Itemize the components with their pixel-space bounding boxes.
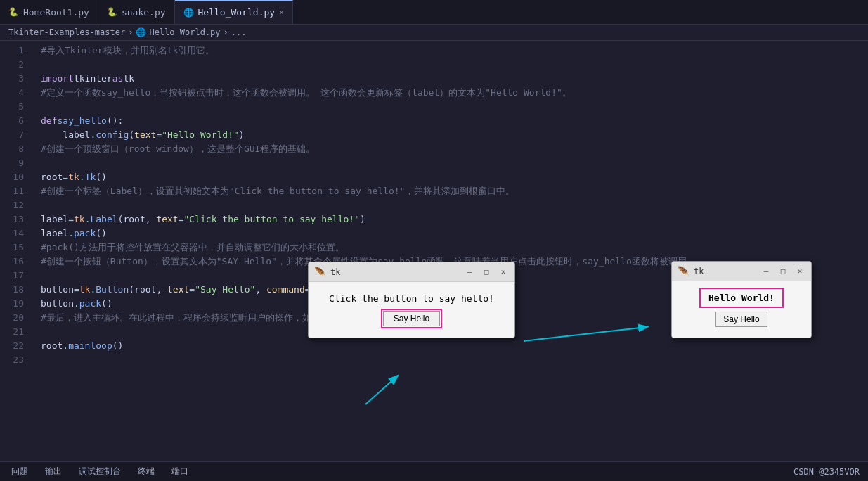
tk-window-2: 🪶 tk — □ ✕ Hello World! Say Hello <box>671 261 812 338</box>
line-number: 10 <box>0 170 24 184</box>
breadcrumb-sep1: › <box>128 27 133 37</box>
line-number: 15 <box>0 240 24 255</box>
bottom-tab-ports[interactable]: 端口 <box>169 464 191 479</box>
breadcrumb-rest: ... <box>231 27 247 37</box>
breadcrumb-folder: Tkinter-Examples-master <box>8 27 125 37</box>
line-number: 14 <box>0 226 24 240</box>
line-number: 6 <box>0 114 24 128</box>
code-line: root = tk.Tk() <box>41 170 868 184</box>
code-line: #创建一个标签（Label），设置其初始文本为"Click the button… <box>41 184 868 198</box>
code-line: #创建一个顶级窗口（root window），这是整个GUI程序的基础。 <box>41 142 868 156</box>
line-number: 11 <box>0 184 24 198</box>
line-number: 17 <box>0 269 24 283</box>
tk-minimize-2[interactable]: — <box>760 266 772 277</box>
tk-maximize-2[interactable]: □ <box>777 266 789 277</box>
code-line <box>41 156 868 170</box>
breadcrumb-file-icon: 🌐 <box>136 27 146 37</box>
tab-icon-helloworld: 🌐 <box>183 8 194 18</box>
tab-label-homeroot1: HomeRoot1.py <box>23 7 89 18</box>
tab-snake[interactable]: 🐍 snake.py <box>98 0 175 24</box>
code-line: #导入Tkinter模块，并用别名tk引用它。 <box>41 44 868 58</box>
bottom-tab-debug[interactable]: 调试控制台 <box>76 464 124 479</box>
tab-homerroot1[interactable]: 🐍 HomeRoot1.py <box>0 0 98 24</box>
tab-close-helloworld[interactable]: ✕ <box>279 8 284 17</box>
code-line <box>41 353 868 367</box>
code-line <box>41 198 868 212</box>
tk-close-1[interactable]: ✕ <box>498 267 509 278</box>
tk-say-hello-btn-2[interactable]: Say Hello <box>715 312 767 327</box>
tab-label-snake: snake.py <box>122 7 166 18</box>
tk-titlebar-1: 🪶 tk — □ ✕ <box>309 262 514 282</box>
breadcrumb-sep2: › <box>224 27 228 37</box>
tk-icon-2: 🪶 <box>678 266 689 277</box>
line-number: 18 <box>0 283 24 297</box>
editor: 1234567891011121314151617181920212223 #导… <box>0 41 868 461</box>
code-line: #定义一个函数say_hello，当按钮被点击时，这个函数会被调用。 这个函数会… <box>41 86 868 100</box>
line-number: 21 <box>0 325 24 339</box>
bottom-right-text: CSDN @2345VOR <box>793 467 860 477</box>
tk-window2-buttons: — □ ✕ <box>760 266 805 277</box>
tab-label-helloworld: Hello_World.py <box>198 7 276 18</box>
tk-say-hello-btn-1[interactable]: Say Hello <box>383 311 440 326</box>
tab-icon-homeroot1: 🐍 <box>8 7 19 17</box>
line-number: 5 <box>0 100 24 114</box>
line-number: 12 <box>0 198 24 212</box>
line-number: 3 <box>0 72 24 86</box>
tk-close-2[interactable]: ✕ <box>794 266 805 277</box>
tk-content-2: Hello World! Say Hello <box>672 281 811 338</box>
code-line: import tkinter as tk <box>41 72 868 86</box>
line-number: 7 <box>0 128 24 142</box>
line-number: 19 <box>0 297 24 311</box>
tab-bar: 🐍 HomeRoot1.py 🐍 snake.py 🌐 Hello_World.… <box>0 0 868 25</box>
line-numbers: 1234567891011121314151617181920212223 <box>0 41 30 461</box>
line-number: 22 <box>0 339 24 353</box>
code-line <box>41 58 868 72</box>
code-line: label.config(text="Hello World!") <box>41 128 868 142</box>
code-line: root.mainloop() <box>41 339 868 353</box>
tk-title-1: tk <box>330 267 464 277</box>
tk-titlebar-2: 🪶 tk — □ ✕ <box>672 262 811 281</box>
code-line: label.pack() <box>41 226 868 240</box>
code-line: #pack()方法用于将控件放置在父容器中，并自动调整它们的大小和位置。 <box>41 240 868 255</box>
code-line: label = tk.Label(root, text="Click the b… <box>41 212 868 226</box>
breadcrumb: Tkinter-Examples-master › 🌐 Hello_World.… <box>0 25 868 41</box>
line-number: 9 <box>0 156 24 170</box>
line-number: 23 <box>0 353 24 367</box>
line-number: 1 <box>0 44 24 58</box>
line-number: 13 <box>0 212 24 226</box>
code-line <box>41 100 868 114</box>
breadcrumb-file: Hello_World.py <box>149 27 220 37</box>
tk-label-1: Click the button to say hello! <box>329 293 494 304</box>
bottom-tab-problems[interactable]: 问题 <box>8 464 31 479</box>
line-number: 4 <box>0 86 24 100</box>
line-number: 20 <box>0 311 24 325</box>
tk-minimize-1[interactable]: — <box>464 267 475 278</box>
tk-content-1: Click the button to say hello! Say Hello <box>309 282 514 338</box>
line-number: 2 <box>0 58 24 72</box>
tk-window1-buttons: — □ ✕ <box>464 267 509 278</box>
tk-window-1: 🪶 tk — □ ✕ Click the button to say hello… <box>308 262 515 338</box>
code-area[interactable]: #导入Tkinter模块，并用别名tk引用它。import tkinter as… <box>30 41 868 461</box>
tab-icon-snake: 🐍 <box>107 7 117 17</box>
line-number: 8 <box>0 142 24 156</box>
bottom-tab-terminal[interactable]: 终端 <box>135 464 157 479</box>
bottom-tab-output[interactable]: 输出 <box>42 464 65 479</box>
tk-icon-1: 🪶 <box>314 267 326 278</box>
tk-label-2: Hello World! <box>701 290 782 306</box>
tk-title-2: tk <box>694 267 760 276</box>
tab-helloworld[interactable]: 🌐 Hello_World.py ✕ <box>175 0 293 24</box>
code-line: def say_hello(): <box>41 114 868 128</box>
line-number: 16 <box>0 255 24 269</box>
tk-maximize-1[interactable]: □ <box>481 267 492 278</box>
bottom-panel: 问题 输出 调试控制台 终端 端口 CSDN @2345VOR <box>0 461 868 481</box>
